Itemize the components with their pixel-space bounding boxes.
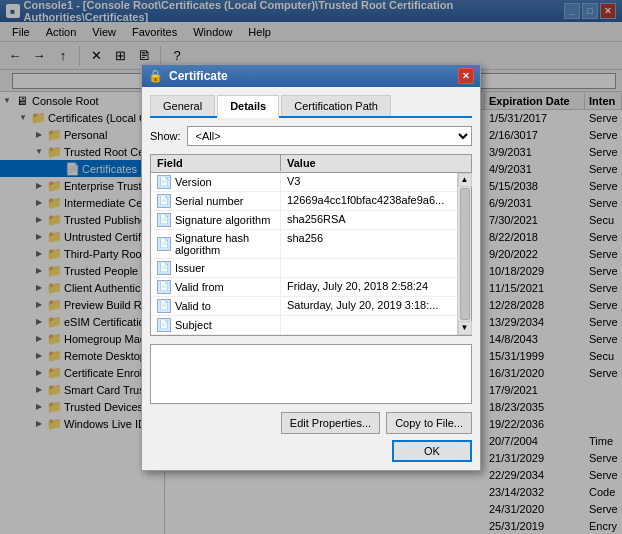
detail-row-sig-alg[interactable]: 📄 Signature algorithm sha256RSA <box>151 211 457 230</box>
detail-row-sig-hash[interactable]: 📄 Signature hash algorithm sha256 <box>151 230 457 259</box>
modal-ok-row: OK <box>150 440 472 462</box>
detail-scrollbar[interactable]: ▲ ▼ <box>457 173 471 335</box>
detail-row-valid-to[interactable]: 📄 Valid to Saturday, July 20, 2019 3:18:… <box>151 297 457 316</box>
detail-table-header: Field Value <box>151 155 471 173</box>
show-label: Show: <box>150 130 181 142</box>
detail-value-textarea <box>150 344 472 404</box>
subject-icon: 📄 <box>157 318 171 332</box>
tab-certification-path[interactable]: Certification Path <box>281 95 391 116</box>
issuer-icon: 📄 <box>157 261 171 275</box>
col-field: Field <box>151 155 281 171</box>
modal-overlay: 🔒 Certificate ✕ General Details Certific… <box>0 0 622 534</box>
modal-title-bar: 🔒 Certificate ✕ <box>142 65 480 87</box>
tab-details[interactable]: Details <box>217 95 279 118</box>
show-select[interactable]: <All> <box>187 126 472 146</box>
version-icon: 📄 <box>157 175 171 189</box>
modal-close-button[interactable]: ✕ <box>458 68 474 84</box>
detail-row-subject[interactable]: 📄 Subject <box>151 316 457 335</box>
field-sig-hash: 📄 Signature hash algorithm <box>151 230 281 258</box>
ok-button[interactable]: OK <box>392 440 472 462</box>
field-serial: 📄 Serial number <box>151 192 281 210</box>
scroll-thumb[interactable] <box>460 188 470 320</box>
value-version: V3 <box>281 173 457 189</box>
copy-to-file-button[interactable]: Copy to File... <box>386 412 472 434</box>
value-sig-alg: sha256RSA <box>281 211 457 227</box>
detail-row-serial[interactable]: 📄 Serial number 12669a4cc1f0bfac4238afe9… <box>151 192 457 211</box>
field-sig-alg: 📄 Signature algorithm <box>151 211 281 229</box>
modal-body: General Details Certification Path Show:… <box>142 87 480 470</box>
valid-to-icon: 📄 <box>157 299 171 313</box>
detail-row-valid-from[interactable]: 📄 Valid from Friday, July 20, 2018 2:58:… <box>151 278 457 297</box>
col-value: Value <box>281 155 457 171</box>
tab-general[interactable]: General <box>150 95 215 116</box>
value-valid-from: Friday, July 20, 2018 2:58:24 <box>281 278 457 294</box>
sig-hash-icon: 📄 <box>157 237 171 251</box>
serial-icon: 📄 <box>157 194 171 208</box>
detail-table-content: 📄 Version V3 📄 Serial number 12669a4cc1f… <box>151 173 471 335</box>
edit-properties-button[interactable]: Edit Properties... <box>281 412 380 434</box>
field-version: 📄 Version <box>151 173 281 191</box>
field-valid-from: 📄 Valid from <box>151 278 281 296</box>
sig-alg-icon: 📄 <box>157 213 171 227</box>
detail-row-issuer[interactable]: 📄 Issuer <box>151 259 457 278</box>
scroll-down-arrow[interactable]: ▼ <box>458 321 472 335</box>
value-subject <box>281 316 457 320</box>
value-sig-hash: sha256 <box>281 230 457 246</box>
certificate-modal: 🔒 Certificate ✕ General Details Certific… <box>141 64 481 471</box>
modal-title-icon: 🔒 <box>148 69 163 83</box>
field-issuer: 📄 Issuer <box>151 259 281 277</box>
field-subject: 📄 Subject <box>151 316 281 334</box>
modal-tabs: General Details Certification Path <box>150 95 472 118</box>
detail-table: Field Value 📄 Version V3 <box>150 154 472 336</box>
field-valid-to: 📄 Valid to <box>151 297 281 315</box>
value-serial: 12669a4cc1f0bfac4238afe9a6... <box>281 192 457 208</box>
valid-from-icon: 📄 <box>157 280 171 294</box>
show-row: Show: <All> <box>150 126 472 146</box>
detail-row-version[interactable]: 📄 Version V3 <box>151 173 457 192</box>
value-valid-to: Saturday, July 20, 2019 3:18:... <box>281 297 457 313</box>
modal-title-text: Certificate <box>169 69 228 83</box>
value-issuer <box>281 259 457 263</box>
modal-btn-row: Edit Properties... Copy to File... <box>150 412 472 434</box>
detail-rows: 📄 Version V3 📄 Serial number 12669a4cc1f… <box>151 173 457 335</box>
scroll-up-arrow[interactable]: ▲ <box>458 173 472 187</box>
